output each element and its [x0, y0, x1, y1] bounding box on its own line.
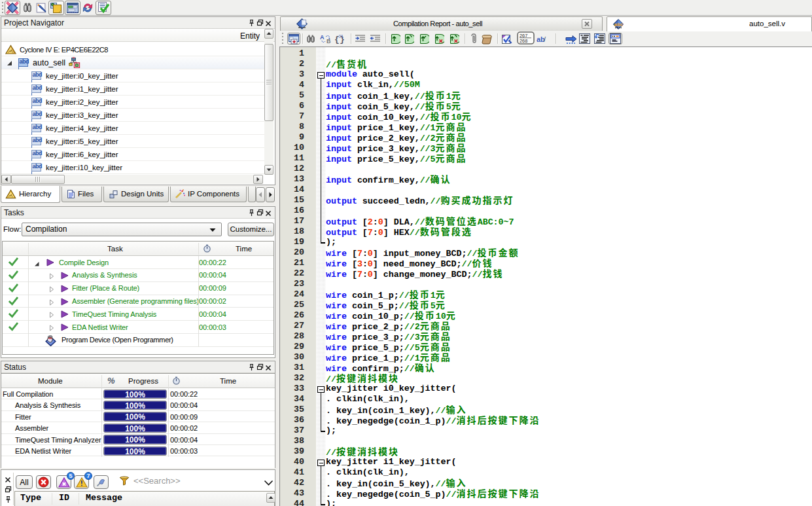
svg-text:{: { — [334, 35, 340, 45]
svg-text:/: / — [544, 35, 546, 43]
svg-text:abc: abc — [614, 22, 624, 27]
svg-text:B: B — [327, 38, 331, 45]
svg-text:268: 268 — [520, 38, 527, 44]
svg-text:A: A — [320, 34, 325, 41]
svg-text:}: } — [340, 35, 345, 45]
